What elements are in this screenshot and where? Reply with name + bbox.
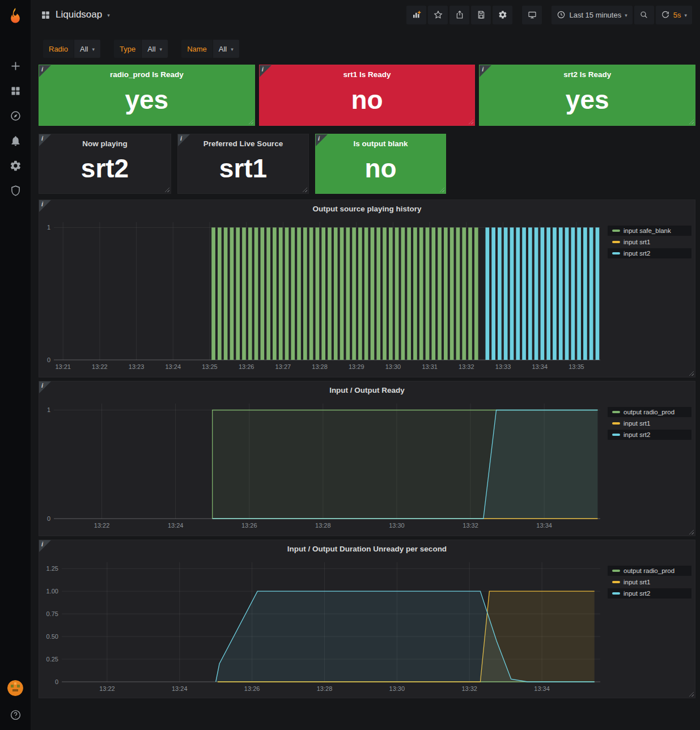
panel-title[interactable]: Input / Output Duration Unready per seco… bbox=[39, 540, 695, 558]
panel-info-icon[interactable]: i bbox=[39, 200, 51, 212]
svg-text:13:30: 13:30 bbox=[389, 522, 405, 529]
svg-text:13:32: 13:32 bbox=[459, 363, 474, 370]
svg-text:13:28: 13:28 bbox=[315, 522, 331, 529]
add-panel-button[interactable] bbox=[406, 6, 426, 24]
caret-down-icon: ▾ bbox=[107, 13, 110, 18]
magnifier-icon bbox=[639, 10, 648, 19]
filter-name: Name All ▾ bbox=[181, 40, 239, 58]
svg-text:13:25: 13:25 bbox=[202, 363, 218, 370]
time-range-picker[interactable]: Last 15 minutes ▾ bbox=[551, 6, 632, 24]
sidebar-item-configuration[interactable] bbox=[0, 153, 31, 178]
legend-series-label: input srt2 bbox=[623, 250, 650, 257]
svg-text:13:32: 13:32 bbox=[463, 522, 478, 529]
stat-title[interactable]: Now playing bbox=[82, 139, 128, 148]
share-button[interactable] bbox=[449, 6, 469, 24]
dashboard-settings-button[interactable] bbox=[493, 6, 512, 24]
filter-label: Type bbox=[114, 40, 141, 58]
chart-legend: output radio_prodinput srt1input srt2 bbox=[608, 406, 691, 440]
svg-text:13:34: 13:34 bbox=[532, 363, 548, 370]
add-panel-icon bbox=[412, 10, 421, 19]
panel-title[interactable]: Output source playing history bbox=[39, 200, 695, 218]
panel-title[interactable]: Input / Output Ready bbox=[39, 381, 695, 400]
stat-title[interactable]: Preferred Live Source bbox=[203, 139, 283, 148]
sidebar-item-dashboards[interactable] bbox=[0, 78, 31, 103]
legend-item[interactable]: input srt2 bbox=[608, 588, 691, 599]
stat-title[interactable]: Is output blank bbox=[354, 139, 408, 148]
dashboard-picker[interactable]: Liquidsoap ▾ bbox=[41, 9, 110, 20]
chart-plot-duration-unready[interactable]: 13:2213:2413:2613:2813:3013:3213:3400.25… bbox=[43, 558, 604, 694]
refresh-interval-label: 5s bbox=[673, 11, 681, 19]
stat-value: srt2 bbox=[81, 148, 129, 193]
stats-row-1: i radio_prod Is Ready yes i srt1 Is Read… bbox=[39, 65, 695, 126]
panel-info-icon[interactable]: i bbox=[39, 381, 51, 393]
filter-selected-value: All bbox=[219, 45, 227, 53]
svg-text:13:27: 13:27 bbox=[275, 363, 291, 370]
cycle-view-mode-button[interactable] bbox=[522, 6, 542, 24]
filter-selected-value: All bbox=[147, 45, 155, 53]
legend-item[interactable]: input srt1 bbox=[608, 418, 691, 428]
svg-text:0.75: 0.75 bbox=[46, 610, 58, 617]
filter-value-dropdown[interactable]: All ▾ bbox=[213, 40, 239, 58]
gear-icon bbox=[498, 10, 507, 19]
sidebar-bottom bbox=[0, 680, 31, 730]
filter-label: Name bbox=[181, 40, 213, 58]
svg-text:13:35: 13:35 bbox=[569, 363, 584, 370]
zoom-out-button[interactable] bbox=[634, 6, 654, 24]
svg-text:13:34: 13:34 bbox=[536, 522, 552, 529]
panel-info-icon[interactable]: i bbox=[178, 134, 190, 146]
panel-info-icon[interactable]: i bbox=[39, 65, 51, 77]
chart-plot-io-ready[interactable]: 13:2213:2413:2613:2813:3013:3213:3401 bbox=[43, 400, 604, 531]
star-button[interactable] bbox=[428, 6, 448, 24]
panel-info-icon[interactable]: i bbox=[260, 65, 271, 77]
panel-input-output-duration-unready: i Input / Output Duration Unready per se… bbox=[39, 540, 695, 698]
panel-info-icon[interactable]: i bbox=[316, 134, 328, 146]
sidebar-item-create[interactable] bbox=[0, 53, 31, 78]
svg-text:13:22: 13:22 bbox=[92, 363, 108, 370]
svg-text:0: 0 bbox=[47, 356, 50, 363]
stat-title[interactable]: srt1 Is Ready bbox=[343, 70, 391, 79]
legend-series-label: output radio_prod bbox=[623, 409, 674, 415]
legend-series-swatch bbox=[612, 570, 620, 572]
svg-text:13:21: 13:21 bbox=[55, 363, 71, 370]
filter-type: Type All ▾ bbox=[114, 40, 168, 58]
sidebar-item-help[interactable] bbox=[0, 705, 31, 724]
filter-value-dropdown[interactable]: All ▾ bbox=[74, 40, 100, 58]
sidebar-item-explore[interactable] bbox=[0, 103, 31, 128]
stat-value: yes bbox=[125, 79, 168, 125]
svg-text:13:24: 13:24 bbox=[168, 522, 184, 529]
legend-item[interactable]: input srt2 bbox=[608, 248, 691, 258]
template-variables-row: Radio All ▾ Type All ▾ Name All ▾ bbox=[43, 40, 239, 58]
legend-item[interactable]: input srt1 bbox=[608, 577, 691, 587]
refresh-button[interactable]: 5s ▾ bbox=[656, 6, 692, 24]
legend-series-label: input srt2 bbox=[623, 590, 650, 597]
svg-text:1: 1 bbox=[47, 406, 50, 413]
legend-item[interactable]: input safe_blank bbox=[608, 226, 691, 236]
legend-item[interactable]: input srt2 bbox=[608, 430, 691, 440]
user-avatar[interactable] bbox=[7, 680, 23, 696]
stat-title[interactable]: radio_prod Is Ready bbox=[110, 70, 184, 79]
sidebar-item-server-admin[interactable] bbox=[0, 178, 31, 203]
navbar: Liquidsoap ▾ bbox=[31, 0, 700, 29]
legend-item[interactable]: output radio_prod bbox=[608, 407, 691, 417]
legend-item[interactable]: output radio_prod bbox=[608, 566, 691, 576]
filter-value-dropdown[interactable]: All ▾ bbox=[142, 40, 168, 58]
caret-down-icon: ▾ bbox=[684, 13, 687, 18]
legend-series-label: output radio_prod bbox=[623, 567, 674, 574]
legend-series-label: input srt2 bbox=[623, 431, 650, 438]
legend-series-swatch bbox=[612, 592, 620, 595]
panel-info-icon[interactable]: i bbox=[39, 540, 51, 552]
sidebar-item-alerting[interactable] bbox=[0, 128, 31, 153]
legend-series-label: input safe_blank bbox=[623, 227, 671, 234]
sidebar-menu bbox=[0, 53, 31, 203]
svg-text:13:30: 13:30 bbox=[389, 685, 405, 692]
panel-info-icon[interactable]: i bbox=[39, 134, 51, 146]
legend-series-swatch bbox=[612, 434, 620, 436]
grafana-logo-icon[interactable] bbox=[0, 0, 31, 31]
stat-title[interactable]: srt2 Is Ready bbox=[563, 70, 611, 79]
stats-row-2: i Now playing srt2 i Preferred Live Sour… bbox=[39, 134, 446, 194]
save-button[interactable] bbox=[471, 6, 491, 24]
legend-series-swatch bbox=[612, 411, 620, 413]
chart-plot-playing-history[interactable]: 13:2113:2213:2313:2413:2513:2613:2713:28… bbox=[43, 218, 604, 372]
legend-item[interactable]: input srt1 bbox=[608, 237, 691, 247]
panel-info-icon[interactable]: i bbox=[480, 65, 491, 77]
